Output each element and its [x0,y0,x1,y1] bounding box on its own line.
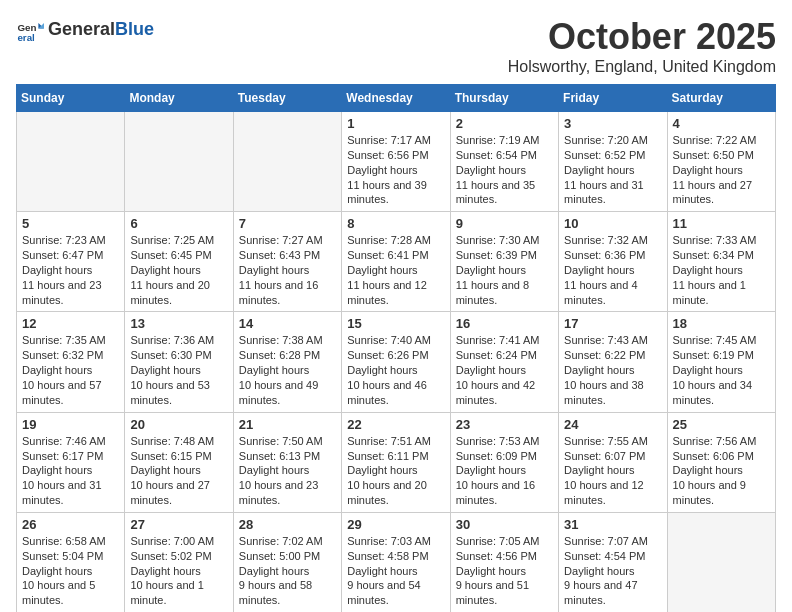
svg-text:eral: eral [17,32,35,43]
calendar-cell: 24Sunrise: 7:55 AMSunset: 6:07 PMDayligh… [559,412,667,512]
calendar-cell: 4Sunrise: 7:22 AMSunset: 6:50 PMDaylight… [667,112,775,212]
weekday-header: Thursday [450,85,558,112]
day-number: 26 [22,517,119,532]
day-info: Sunrise: 7:05 AMSunset: 4:56 PMDaylight … [456,534,553,608]
day-number: 23 [456,417,553,432]
calendar-cell: 12Sunrise: 7:35 AMSunset: 6:32 PMDayligh… [17,312,125,412]
weekday-header: Wednesday [342,85,450,112]
calendar-cell: 8Sunrise: 7:28 AMSunset: 6:41 PMDaylight… [342,212,450,312]
day-info: Sunrise: 7:40 AMSunset: 6:26 PMDaylight … [347,333,444,407]
calendar-cell [667,512,775,612]
calendar-cell: 16Sunrise: 7:41 AMSunset: 6:24 PMDayligh… [450,312,558,412]
day-info: Sunrise: 7:55 AMSunset: 6:07 PMDaylight … [564,434,661,508]
calendar-cell: 22Sunrise: 7:51 AMSunset: 6:11 PMDayligh… [342,412,450,512]
day-number: 4 [673,116,770,131]
weekday-header: Sunday [17,85,125,112]
calendar-table: SundayMondayTuesdayWednesdayThursdayFrid… [16,84,776,612]
calendar-cell: 18Sunrise: 7:45 AMSunset: 6:19 PMDayligh… [667,312,775,412]
day-info: Sunrise: 7:19 AMSunset: 6:54 PMDaylight … [456,133,553,207]
calendar-cell: 21Sunrise: 7:50 AMSunset: 6:13 PMDayligh… [233,412,341,512]
weekday-header: Monday [125,85,233,112]
day-number: 28 [239,517,336,532]
day-number: 27 [130,517,227,532]
calendar-cell: 20Sunrise: 7:48 AMSunset: 6:15 PMDayligh… [125,412,233,512]
day-number: 17 [564,316,661,331]
day-number: 21 [239,417,336,432]
day-number: 3 [564,116,661,131]
calendar-cell: 3Sunrise: 7:20 AMSunset: 6:52 PMDaylight… [559,112,667,212]
calendar-cell: 9Sunrise: 7:30 AMSunset: 6:39 PMDaylight… [450,212,558,312]
day-info: Sunrise: 7:35 AMSunset: 6:32 PMDaylight … [22,333,119,407]
day-info: Sunrise: 7:00 AMSunset: 5:02 PMDaylight … [130,534,227,608]
logo: Gen eral GeneralBlue [16,16,154,44]
calendar-cell: 19Sunrise: 7:46 AMSunset: 6:17 PMDayligh… [17,412,125,512]
day-number: 13 [130,316,227,331]
day-number: 24 [564,417,661,432]
day-number: 2 [456,116,553,131]
logo-icon: Gen eral [16,16,44,44]
calendar-cell: 5Sunrise: 7:23 AMSunset: 6:47 PMDaylight… [17,212,125,312]
page-header: Gen eral GeneralBlue October 2025 Holswo… [16,16,776,76]
day-number: 11 [673,216,770,231]
weekday-header: Friday [559,85,667,112]
weekday-header: Tuesday [233,85,341,112]
calendar-week-row: 1Sunrise: 7:17 AMSunset: 6:56 PMDaylight… [17,112,776,212]
day-info: Sunrise: 7:43 AMSunset: 6:22 PMDaylight … [564,333,661,407]
weekday-header-row: SundayMondayTuesdayWednesdayThursdayFrid… [17,85,776,112]
calendar-cell: 15Sunrise: 7:40 AMSunset: 6:26 PMDayligh… [342,312,450,412]
day-info: Sunrise: 7:17 AMSunset: 6:56 PMDaylight … [347,133,444,207]
day-info: Sunrise: 7:46 AMSunset: 6:17 PMDaylight … [22,434,119,508]
day-info: Sunrise: 7:38 AMSunset: 6:28 PMDaylight … [239,333,336,407]
day-number: 10 [564,216,661,231]
logo-blue-text: Blue [115,19,154,39]
day-info: Sunrise: 7:03 AMSunset: 4:58 PMDaylight … [347,534,444,608]
calendar-cell: 25Sunrise: 7:56 AMSunset: 6:06 PMDayligh… [667,412,775,512]
day-info: Sunrise: 7:41 AMSunset: 6:24 PMDaylight … [456,333,553,407]
day-number: 7 [239,216,336,231]
day-number: 15 [347,316,444,331]
day-info: Sunrise: 7:33 AMSunset: 6:34 PMDaylight … [673,233,770,307]
day-number: 9 [456,216,553,231]
calendar-cell [125,112,233,212]
calendar-cell [17,112,125,212]
calendar-cell: 30Sunrise: 7:05 AMSunset: 4:56 PMDayligh… [450,512,558,612]
day-info: Sunrise: 7:36 AMSunset: 6:30 PMDaylight … [130,333,227,407]
day-number: 5 [22,216,119,231]
calendar-cell: 17Sunrise: 7:43 AMSunset: 6:22 PMDayligh… [559,312,667,412]
day-number: 19 [22,417,119,432]
day-info: Sunrise: 7:53 AMSunset: 6:09 PMDaylight … [456,434,553,508]
day-info: Sunrise: 7:02 AMSunset: 5:00 PMDaylight … [239,534,336,608]
weekday-header: Saturday [667,85,775,112]
calendar-cell: 27Sunrise: 7:00 AMSunset: 5:02 PMDayligh… [125,512,233,612]
day-info: Sunrise: 7:51 AMSunset: 6:11 PMDaylight … [347,434,444,508]
day-number: 22 [347,417,444,432]
day-info: Sunrise: 7:22 AMSunset: 6:50 PMDaylight … [673,133,770,207]
day-info: Sunrise: 7:23 AMSunset: 6:47 PMDaylight … [22,233,119,307]
calendar-week-row: 19Sunrise: 7:46 AMSunset: 6:17 PMDayligh… [17,412,776,512]
day-info: Sunrise: 7:30 AMSunset: 6:39 PMDaylight … [456,233,553,307]
day-number: 8 [347,216,444,231]
day-info: Sunrise: 7:32 AMSunset: 6:36 PMDaylight … [564,233,661,307]
day-info: Sunrise: 7:07 AMSunset: 4:54 PMDaylight … [564,534,661,608]
calendar-cell: 6Sunrise: 7:25 AMSunset: 6:45 PMDaylight… [125,212,233,312]
day-info: Sunrise: 7:20 AMSunset: 6:52 PMDaylight … [564,133,661,207]
calendar-cell: 28Sunrise: 7:02 AMSunset: 5:00 PMDayligh… [233,512,341,612]
day-number: 1 [347,116,444,131]
calendar-cell: 7Sunrise: 7:27 AMSunset: 6:43 PMDaylight… [233,212,341,312]
day-number: 6 [130,216,227,231]
calendar-cell: 13Sunrise: 7:36 AMSunset: 6:30 PMDayligh… [125,312,233,412]
day-number: 31 [564,517,661,532]
calendar-cell: 31Sunrise: 7:07 AMSunset: 4:54 PMDayligh… [559,512,667,612]
calendar-week-row: 12Sunrise: 7:35 AMSunset: 6:32 PMDayligh… [17,312,776,412]
calendar-cell: 11Sunrise: 7:33 AMSunset: 6:34 PMDayligh… [667,212,775,312]
day-info: Sunrise: 7:56 AMSunset: 6:06 PMDaylight … [673,434,770,508]
day-number: 25 [673,417,770,432]
day-info: Sunrise: 7:27 AMSunset: 6:43 PMDaylight … [239,233,336,307]
location: Holsworthy, England, United Kingdom [508,58,776,76]
title-block: October 2025 Holsworthy, England, United… [508,16,776,76]
calendar-cell: 2Sunrise: 7:19 AMSunset: 6:54 PMDaylight… [450,112,558,212]
calendar-cell [233,112,341,212]
day-number: 14 [239,316,336,331]
day-info: Sunrise: 7:45 AMSunset: 6:19 PMDaylight … [673,333,770,407]
day-number: 20 [130,417,227,432]
